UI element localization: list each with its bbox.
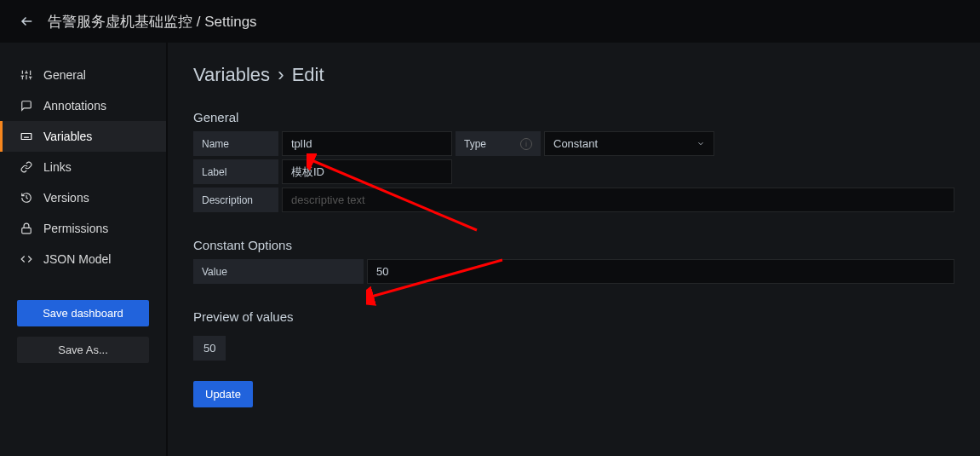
sidebar-item-links[interactable]: Links	[0, 152, 166, 182]
save-as-button[interactable]: Save As...	[17, 337, 149, 363]
lock-icon	[20, 222, 33, 235]
label-type: Type i	[456, 131, 541, 156]
sidebar-item-label: Permissions	[43, 222, 108, 235]
annotation-arrow-1	[307, 153, 485, 239]
header-breadcrumb[interactable]: 告警服务虚机基础监控 / Settings	[48, 12, 257, 32]
content-title: Variables › Edit	[193, 64, 954, 86]
save-dashboard-button[interactable]: Save dashboard	[17, 300, 149, 326]
sidebar-item-label: Versions	[43, 191, 89, 205]
sidebar-item-label: JSON Model	[43, 252, 111, 266]
label-type-text: Type	[464, 138, 486, 150]
sidebar-item-label: Variables	[43, 130, 92, 143]
preview-value-chip: 50	[193, 336, 226, 361]
content: Variables › Edit General Name Type i Con…	[168, 43, 980, 456]
svg-rect-15	[22, 228, 32, 233]
sidebar-item-label: Links	[43, 160, 72, 174]
label-label: Label	[193, 159, 278, 184]
svg-line-17	[312, 160, 477, 230]
name-input[interactable]	[282, 131, 452, 156]
sidebar-item-annotations[interactable]: Annotations	[0, 90, 166, 121]
annotation-arrow-2	[366, 256, 511, 307]
sidebar: General Annotations Variables Links	[0, 43, 166, 456]
content-title-page: Edit	[292, 64, 324, 85]
header: 告警服务虚机基础监控 / Settings	[0, 0, 980, 43]
type-select[interactable]: Constant	[544, 131, 714, 156]
code-icon	[20, 252, 33, 266]
comment-icon	[20, 99, 33, 113]
content-title-section: Variables	[193, 64, 270, 85]
label-name: Name	[193, 131, 278, 156]
sidebar-item-permissions[interactable]: Permissions	[0, 213, 166, 244]
section-heading-constant-options: Constant Options	[193, 238, 954, 252]
svg-line-19	[371, 260, 502, 297]
sidebar-item-label: Annotations	[43, 99, 106, 113]
sidebar-item-general[interactable]: General	[0, 60, 166, 90]
sidebar-item-json-model[interactable]: JSON Model	[0, 244, 166, 274]
update-button[interactable]: Update	[193, 381, 253, 407]
chevron-right-icon: ›	[272, 64, 289, 85]
sliders-icon	[20, 68, 33, 82]
type-select-value: Constant	[553, 137, 598, 150]
link-icon	[20, 160, 33, 174]
section-heading-preview: Preview of values	[193, 309, 954, 324]
history-icon	[20, 191, 33, 205]
sidebar-item-versions[interactable]: Versions	[0, 182, 166, 213]
svg-rect-9	[21, 134, 32, 140]
label-description: Description	[193, 188, 278, 212]
sidebar-item-variables[interactable]: Variables	[0, 121, 166, 152]
keyboard-icon	[20, 130, 33, 143]
label-value: Value	[193, 259, 364, 284]
sidebar-item-label: General	[43, 68, 86, 82]
back-arrow-icon[interactable]	[17, 11, 37, 32]
chevron-down-icon	[696, 137, 705, 150]
section-heading-general: General	[193, 110, 954, 124]
info-circle-icon[interactable]: i	[520, 138, 532, 150]
